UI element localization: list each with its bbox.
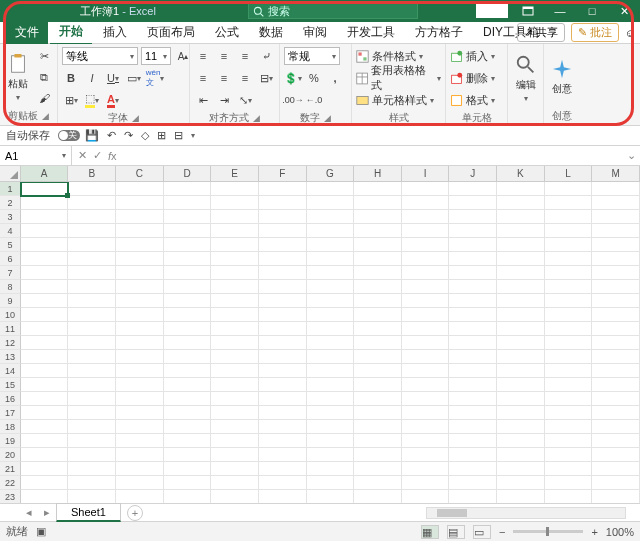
sheet-tab-active[interactable]: Sheet1	[56, 503, 121, 522]
row-header-3[interactable]: 3	[0, 210, 21, 224]
cell-G15[interactable]	[307, 378, 355, 392]
cell-J9[interactable]	[449, 294, 497, 308]
cell-J15[interactable]	[449, 378, 497, 392]
cell-C22[interactable]	[116, 476, 164, 490]
cell-B4[interactable]	[68, 224, 116, 238]
cell-F11[interactable]	[259, 322, 307, 336]
cell-E12[interactable]	[211, 336, 259, 350]
align-middle-button[interactable]: ≡	[215, 47, 233, 65]
cell-F14[interactable]	[259, 364, 307, 378]
cell-M4[interactable]	[592, 224, 640, 238]
cell-F2[interactable]	[259, 196, 307, 210]
cell-F5[interactable]	[259, 238, 307, 252]
row-header-21[interactable]: 21	[0, 462, 21, 476]
cell-B13[interactable]	[68, 350, 116, 364]
cell-B21[interactable]	[68, 462, 116, 476]
cell-B6[interactable]	[68, 252, 116, 266]
sheet-nav-prev[interactable]: ◂	[20, 506, 38, 519]
cell-C2[interactable]	[116, 196, 164, 210]
copy-button[interactable]: ⧉	[35, 68, 53, 86]
italic-button[interactable]: I	[83, 69, 101, 87]
cell-K13[interactable]	[497, 350, 545, 364]
cell-K3[interactable]	[497, 210, 545, 224]
cell-L7[interactable]	[545, 266, 593, 280]
cell-M20[interactable]	[592, 448, 640, 462]
cell-H4[interactable]	[354, 224, 402, 238]
cell-L10[interactable]	[545, 308, 593, 322]
cell-H18[interactable]	[354, 420, 402, 434]
qat-customize-icon[interactable]: ▾	[191, 131, 195, 140]
cell-I18[interactable]	[402, 420, 450, 434]
cell-J10[interactable]	[449, 308, 497, 322]
cell-G21[interactable]	[307, 462, 355, 476]
cell-C20[interactable]	[116, 448, 164, 462]
column-header-B[interactable]: B	[68, 166, 116, 181]
cell-D6[interactable]	[164, 252, 212, 266]
cell-E13[interactable]	[211, 350, 259, 364]
cell-B15[interactable]	[68, 378, 116, 392]
orientation-button[interactable]: ⤡▾	[236, 91, 254, 109]
cell-K2[interactable]	[497, 196, 545, 210]
cell-A2[interactable]	[21, 196, 69, 210]
cell-D10[interactable]	[164, 308, 212, 322]
cell-B19[interactable]	[68, 434, 116, 448]
row-header-14[interactable]: 14	[0, 364, 21, 378]
cell-L16[interactable]	[545, 392, 593, 406]
cell-C18[interactable]	[116, 420, 164, 434]
cell-J5[interactable]	[449, 238, 497, 252]
cell-E1[interactable]	[211, 182, 259, 196]
cell-A22[interactable]	[21, 476, 69, 490]
increase-decimal-button[interactable]: .00→	[284, 91, 302, 109]
cell-I5[interactable]	[402, 238, 450, 252]
cell-J12[interactable]	[449, 336, 497, 350]
cell-C11[interactable]	[116, 322, 164, 336]
tab-file[interactable]: 文件	[6, 21, 48, 44]
cell-A9[interactable]	[21, 294, 69, 308]
tab-home[interactable]: 开始	[50, 20, 92, 45]
cell-B12[interactable]	[68, 336, 116, 350]
align-left-button[interactable]: ≡	[194, 69, 212, 87]
cell-I8[interactable]	[402, 280, 450, 294]
row-header-6[interactable]: 6	[0, 252, 21, 266]
comments-button[interactable]: ✎批注	[571, 23, 619, 42]
cell-L4[interactable]	[545, 224, 593, 238]
border-button[interactable]: ▭▾	[125, 69, 143, 87]
cell-A14[interactable]	[21, 364, 69, 378]
cell-F17[interactable]	[259, 406, 307, 420]
cell-K14[interactable]	[497, 364, 545, 378]
cell-H13[interactable]	[354, 350, 402, 364]
cell-H17[interactable]	[354, 406, 402, 420]
cell-K22[interactable]	[497, 476, 545, 490]
row-header-11[interactable]: 11	[0, 322, 21, 336]
column-header-L[interactable]: L	[545, 166, 593, 181]
cell-L19[interactable]	[545, 434, 593, 448]
cell-A6[interactable]	[21, 252, 69, 266]
cell-A18[interactable]	[21, 420, 69, 434]
cell-G14[interactable]	[307, 364, 355, 378]
cell-F13[interactable]	[259, 350, 307, 364]
cell-E6[interactable]	[211, 252, 259, 266]
cell-B11[interactable]	[68, 322, 116, 336]
cell-J23[interactable]	[449, 490, 497, 504]
cell-I19[interactable]	[402, 434, 450, 448]
column-header-G[interactable]: G	[307, 166, 355, 181]
column-header-K[interactable]: K	[497, 166, 545, 181]
column-header-A[interactable]: A	[21, 166, 69, 181]
login-button[interactable]: 登录	[476, 3, 508, 18]
cell-H9[interactable]	[354, 294, 402, 308]
cell-L21[interactable]	[545, 462, 593, 476]
cell-E3[interactable]	[211, 210, 259, 224]
cell-A16[interactable]	[21, 392, 69, 406]
cell-E19[interactable]	[211, 434, 259, 448]
cell-H10[interactable]	[354, 308, 402, 322]
cell-G19[interactable]	[307, 434, 355, 448]
cell-D14[interactable]	[164, 364, 212, 378]
cell-A7[interactable]	[21, 266, 69, 280]
cell-E11[interactable]	[211, 322, 259, 336]
minimize-button[interactable]: —	[544, 0, 576, 22]
cell-L14[interactable]	[545, 364, 593, 378]
row-header-22[interactable]: 22	[0, 476, 21, 490]
cell-C9[interactable]	[116, 294, 164, 308]
smiley-icon[interactable]: ☺	[625, 27, 636, 39]
cell-F6[interactable]	[259, 252, 307, 266]
